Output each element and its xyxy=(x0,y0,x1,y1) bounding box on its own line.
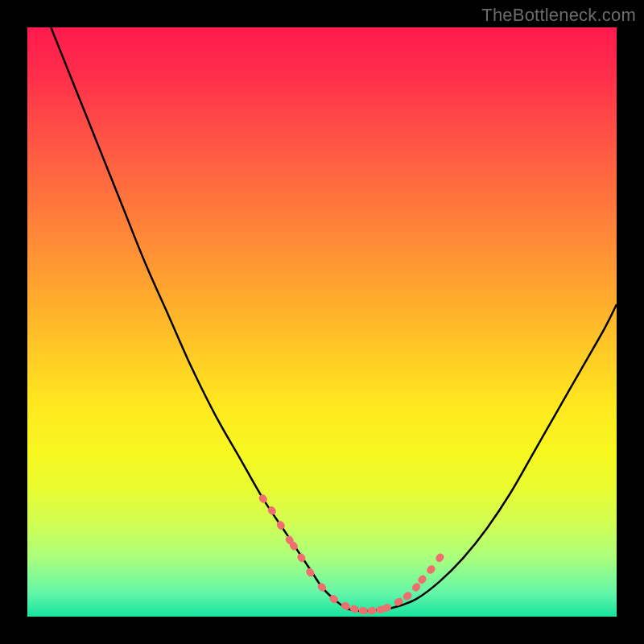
highlight-dot xyxy=(435,552,446,564)
curve-svg xyxy=(27,27,617,617)
watermark-text: TheBottleneck.com xyxy=(481,5,636,26)
highlight-dot xyxy=(425,564,436,575)
plot-area xyxy=(27,27,617,617)
curve-layer xyxy=(51,27,617,611)
highlight-dot xyxy=(402,590,413,601)
highlight-dot xyxy=(349,605,360,614)
chart-stage: TheBottleneck.com xyxy=(0,0,644,644)
bottleneck-curve-path xyxy=(51,27,617,611)
highlight-dot xyxy=(258,493,269,505)
dots-layer xyxy=(258,493,445,615)
highlight-dot xyxy=(367,607,377,615)
highlight-dot xyxy=(358,607,368,615)
